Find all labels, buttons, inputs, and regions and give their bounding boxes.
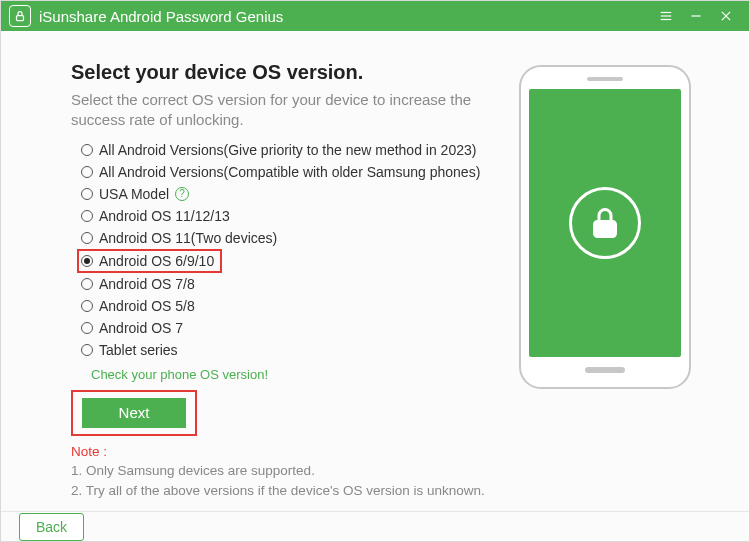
next-button-highlight: Next	[71, 390, 197, 436]
os-option-0[interactable]: All Android Versions(Give priority to th…	[81, 139, 499, 161]
radio-icon	[81, 278, 93, 290]
check-os-link[interactable]: Check your phone OS version!	[91, 367, 499, 382]
app-logo-icon	[9, 5, 31, 27]
help-icon[interactable]: ?	[175, 187, 189, 201]
footer-bar: Back	[1, 511, 749, 541]
os-option-5[interactable]: Android OS 6/9/10	[77, 249, 222, 273]
os-option-label: Android OS 7/8	[99, 276, 195, 292]
minimize-button[interactable]	[681, 1, 711, 31]
os-option-2[interactable]: USA Model?	[81, 183, 499, 205]
radio-icon	[81, 210, 93, 222]
radio-icon	[81, 144, 93, 156]
close-button[interactable]	[711, 1, 741, 31]
os-option-label: Android OS 6/9/10	[99, 253, 214, 269]
note-block: Note : 1. Only Samsung devices are suppo…	[71, 444, 499, 502]
os-option-label: Android OS 7	[99, 320, 183, 336]
os-option-4[interactable]: Android OS 11(Two devices)	[81, 227, 499, 249]
radio-icon	[81, 188, 93, 200]
radio-icon	[81, 166, 93, 178]
radio-icon	[81, 232, 93, 244]
phone-illustration: G	[519, 65, 691, 389]
os-option-3[interactable]: Android OS 11/12/13	[81, 205, 499, 227]
menu-button[interactable]	[651, 1, 681, 31]
note-label: Note :	[71, 444, 499, 459]
next-button[interactable]: Next	[82, 398, 186, 428]
phone-screen: G	[529, 89, 681, 357]
phone-earpiece	[587, 77, 623, 81]
page-subheading: Select the correct OS version for your d…	[71, 90, 491, 131]
os-option-label: USA Model	[99, 186, 169, 202]
os-option-label: Android OS 5/8	[99, 298, 195, 314]
os-options-list: All Android Versions(Give priority to th…	[81, 139, 499, 361]
note-line-1: 1. Only Samsung devices are supported.	[71, 461, 499, 481]
right-column: G	[519, 61, 709, 501]
os-option-6[interactable]: Android OS 7/8	[81, 273, 499, 295]
lock-circle-icon: G	[569, 187, 641, 259]
os-option-7[interactable]: Android OS 5/8	[81, 295, 499, 317]
app-title: iSunshare Android Password Genius	[39, 8, 283, 25]
note-line-2: 2. Try all of the above versions if the …	[71, 481, 499, 501]
os-option-label: All Android Versions(Give priority to th…	[99, 142, 476, 158]
left-column: Select your device OS version. Select th…	[71, 61, 519, 501]
radio-icon	[81, 322, 93, 334]
os-option-label: Android OS 11(Two devices)	[99, 230, 277, 246]
radio-icon	[81, 255, 93, 267]
os-option-label: Android OS 11/12/13	[99, 208, 230, 224]
back-button[interactable]: Back	[19, 513, 84, 541]
os-option-9[interactable]: Tablet series	[81, 339, 499, 361]
page-heading: Select your device OS version.	[71, 61, 499, 84]
radio-icon	[81, 344, 93, 356]
svg-rect-0	[17, 16, 24, 21]
os-option-label: Tablet series	[99, 342, 178, 358]
radio-icon	[81, 300, 93, 312]
phone-home-button	[585, 367, 625, 373]
title-bar: iSunshare Android Password Genius	[1, 1, 749, 31]
os-option-label: All Android Versions(Compatible with old…	[99, 164, 480, 180]
svg-text:G: G	[601, 224, 609, 236]
os-option-8[interactable]: Android OS 7	[81, 317, 499, 339]
main-content: Select your device OS version. Select th…	[1, 31, 749, 511]
app-window: iSunshare Android Password Genius Select…	[0, 0, 750, 542]
os-option-1[interactable]: All Android Versions(Compatible with old…	[81, 161, 499, 183]
